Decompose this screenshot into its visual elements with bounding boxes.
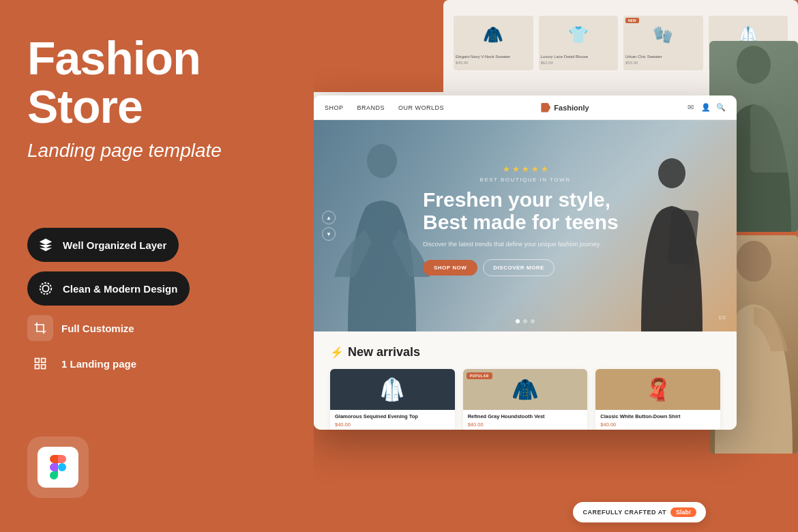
person-left-silhouette: [327, 141, 437, 331]
product-2-body: Refined Gray Houndstooth Vest $40.00: [463, 410, 588, 430]
svg-point-7: [658, 158, 685, 188]
dot-2[interactable]: [523, 319, 527, 323]
svg-point-6: [367, 144, 397, 178]
product-3-price: $40.00: [600, 422, 715, 428]
hero-stars: ★ ★ ★ ★ ★: [423, 164, 627, 174]
feature-organized-label: Well Organized Layer: [63, 239, 166, 251]
grid-icon-box: [27, 351, 53, 376]
hero-tagline: BEST BOUTIQUE IN TOWN: [423, 177, 627, 183]
svg-rect-5: [42, 365, 46, 369]
product-3-img: 🧣: [595, 369, 720, 410]
product-2-price: $40.00: [468, 422, 583, 428]
hero-section: ★ ★ ★ ★ ★ BEST BOUTIQUE IN TOWN Freshen …: [314, 120, 737, 331]
hero-subtext: Discover the latest trends that define y…: [423, 240, 627, 250]
star-3: ★: [522, 164, 529, 174]
hero-arrows: ▲ ▼: [322, 211, 336, 241]
top-product-1: 🧥 Elegant Navy V-Neck Sweater $45.00: [454, 16, 533, 70]
nav-icons-group: ✉ 👤 🔍: [686, 103, 726, 113]
features-list: Well Organized Layer Clean & Modern Desi…: [27, 228, 286, 376]
magic-icon: [35, 278, 56, 299]
title-line1: Fashion: [27, 32, 201, 84]
svg-point-9: [737, 46, 771, 84]
svg-rect-4: [35, 365, 40, 369]
top-product-3-name: Urban Chic Sweater: [623, 53, 703, 61]
nav-logo: Fashionly: [541, 103, 589, 113]
layers-icon: [35, 235, 56, 255]
top-product-2-name: Luxury Lace Detail Blouse: [539, 53, 619, 61]
star-1: ★: [503, 164, 510, 174]
hero-buttons: SHOP NOW DISCOVER MORE: [423, 259, 627, 276]
svg-rect-8: [667, 209, 699, 265]
feature-customize-label: Full Customize: [61, 323, 134, 334]
main-title: Fashion Store: [27, 34, 286, 132]
svg-rect-10: [750, 104, 791, 173]
logo-text: Fashionly: [554, 104, 589, 112]
slider-dots: [516, 319, 535, 323]
popular-badge: POPULAR: [467, 372, 492, 379]
feature-landing-label: 1 Landing page: [61, 358, 136, 370]
star-5: ★: [541, 164, 548, 174]
hero-headline: Freshen your style, Best made for teens: [423, 188, 627, 233]
products-title: ⚡ New arrivals: [330, 345, 720, 359]
product-2-img: POPULAR 🧥: [463, 369, 588, 410]
user-icon[interactable]: 👤: [701, 103, 711, 113]
mail-icon[interactable]: ✉: [686, 103, 696, 113]
feature-landing: 1 Landing page: [27, 351, 286, 376]
feature-badge-organized: Well Organized Layer: [27, 228, 179, 262]
nav-worlds[interactable]: OUR WORLDS: [398, 104, 444, 111]
star-2: ★: [512, 164, 520, 174]
next-arrow[interactable]: ▼: [322, 227, 336, 241]
logo-icon: [541, 103, 550, 113]
left-panel: Fashion Store Landing page template Well…: [0, 0, 314, 532]
top-product-2-price: $62.00: [539, 61, 619, 65]
top-product-1-name: Elegant Navy V-Neck Sweater: [454, 53, 533, 61]
feature-badge-design: Clean & Modern Design: [27, 271, 190, 306]
top-product-3: NEW 🧤 Urban Chic Sweater $55.00: [623, 16, 703, 70]
top-product-2-img: 👕: [539, 16, 619, 53]
hero-headline-2: Best made for teens: [423, 211, 619, 233]
shop-now-button[interactable]: SHOP NOW: [423, 260, 477, 276]
product-3-name: Classic White Button-Down Shirt: [600, 413, 715, 420]
prev-arrow[interactable]: ▲: [322, 211, 336, 224]
star-4: ★: [531, 164, 539, 174]
product-3-body: Classic White Button-Down Shirt $40.00: [595, 410, 720, 430]
feature-design: Clean & Modern Design: [27, 271, 286, 306]
person-right-silhouette: [627, 154, 716, 331]
product-1-img: 🥼: [330, 369, 455, 410]
right-area: 🧥 Elegant Navy V-Neck Sweater $45.00 👕 L…: [314, 0, 798, 532]
crafted-badge: CAREFULLY CRAFTED AT Slab!: [573, 502, 706, 522]
svg-point-1: [40, 283, 52, 295]
subtitle: Landing page template: [27, 140, 286, 162]
product-card-1: 🥼 Glamorous Sequined Evening Top $40.00: [330, 369, 455, 430]
hero-headline-1: Freshen your style,: [423, 188, 610, 211]
nav-shop[interactable]: SHOP: [325, 104, 344, 111]
title-line2: Store: [27, 80, 143, 132]
product-2-name: Refined Gray Houndstooth Vest: [468, 413, 583, 420]
dot-1[interactable]: [516, 319, 520, 323]
feature-organized: Well Organized Layer: [27, 228, 286, 262]
products-grid: 🥼 Glamorous Sequined Evening Top $40.00 …: [330, 369, 720, 430]
products-section: ⚡ New arrivals 🥼 Glamorous Sequined Even…: [314, 331, 737, 430]
product-1-price: $40.00: [335, 422, 450, 428]
svg-point-0: [42, 286, 48, 292]
dot-3[interactable]: [531, 319, 535, 323]
search-icon[interactable]: 🔍: [716, 103, 726, 113]
nav-brands[interactable]: BRANDS: [357, 104, 385, 111]
slab-brand: Slab!: [670, 507, 696, 517]
lightning-icon: ⚡: [330, 346, 344, 359]
product-1-body: Glamorous Sequined Evening Top $40.00: [330, 410, 455, 430]
top-product-2: 👕 Luxury Lace Detail Blouse $62.00: [539, 16, 619, 70]
figma-icon: [38, 447, 78, 488]
products-section-title: New arrivals: [348, 345, 420, 359]
new-badge: NEW: [625, 18, 639, 23]
discover-more-button[interactable]: DISCOVER MORE: [483, 259, 555, 276]
top-product-1-price: $45.00: [454, 61, 533, 65]
svg-rect-2: [35, 359, 40, 363]
hero-content: ★ ★ ★ ★ ★ BEST BOUTIQUE IN TOWN Freshen …: [423, 164, 627, 276]
top-product-1-img: 🧥: [454, 16, 533, 53]
product-card-2: POPULAR 🧥 Refined Gray Houndstooth Vest …: [463, 369, 588, 430]
browser-mockup: SHOP BRANDS OUR WORLDS Fashionly ✉ 👤 🔍: [314, 95, 737, 430]
crop-icon-box: [27, 315, 53, 341]
slide-counter: 1/2: [718, 314, 726, 321]
svg-rect-3: [42, 359, 46, 363]
